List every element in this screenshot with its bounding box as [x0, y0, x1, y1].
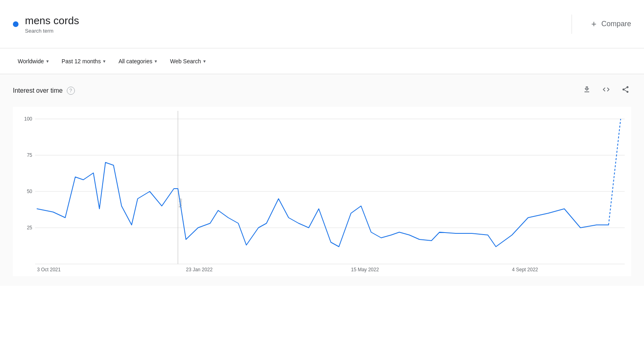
- download-button[interactable]: [581, 84, 592, 97]
- term-info: mens cords Search term: [25, 15, 79, 34]
- plus-icon: +: [591, 19, 597, 29]
- chart-header: Interest over time ?: [13, 84, 631, 97]
- embed-button[interactable]: [601, 84, 612, 97]
- trend-line: [37, 162, 609, 247]
- time-period-filter[interactable]: Past 12 months ▾: [57, 55, 110, 68]
- x-label-sept: 4 Sept 2022: [512, 267, 538, 272]
- forecast-line: [609, 119, 621, 225]
- category-filter[interactable]: All categories ▾: [114, 55, 162, 68]
- filters-bar: Worldwide ▾ Past 12 months ▾ All categor…: [0, 48, 644, 74]
- chart-section: Interest over time ?: [0, 74, 644, 286]
- help-icon-label: ?: [69, 88, 72, 94]
- chevron-down-icon: ▾: [155, 58, 157, 64]
- embed-icon: [602, 85, 610, 94]
- y-label-100: 100: [24, 116, 32, 122]
- compare-label: Compare: [601, 20, 631, 28]
- header: mens cords Search term + Compare: [0, 0, 644, 48]
- y-label-50: 50: [27, 189, 33, 194]
- x-label-may: 15 May 2022: [351, 267, 379, 272]
- chart-title-group: Interest over time ?: [13, 87, 75, 95]
- search-term-area: mens cords Search term: [13, 15, 572, 34]
- chart-container: 100 75 50 25 Note 3 Oct 2021 23 Jan 2022…: [13, 107, 631, 276]
- search-type-label: Web Search: [170, 58, 201, 64]
- search-type-filter[interactable]: Web Search ▾: [165, 55, 211, 68]
- share-icon: [621, 85, 630, 94]
- share-button[interactable]: [620, 84, 631, 97]
- chart-actions: [581, 84, 631, 97]
- x-label-jan: 23 Jan 2022: [186, 267, 213, 272]
- y-label-75: 75: [27, 152, 33, 158]
- term-color-indicator: [13, 21, 19, 27]
- chart-title: Interest over time: [13, 87, 63, 94]
- search-term: mens cords: [25, 15, 79, 27]
- region-label: Worldwide: [18, 58, 44, 64]
- line-chart: 100 75 50 25 Note 3 Oct 2021 23 Jan 2022…: [13, 107, 631, 276]
- chevron-down-icon: ▾: [46, 58, 49, 64]
- chevron-down-icon: ▾: [203, 58, 206, 64]
- category-label: All categories: [118, 58, 152, 64]
- help-icon[interactable]: ?: [67, 87, 75, 95]
- compare-button[interactable]: + Compare: [572, 19, 631, 29]
- region-filter[interactable]: Worldwide ▾: [13, 55, 54, 68]
- download-icon: [583, 85, 591, 94]
- y-label-25: 25: [27, 225, 33, 231]
- time-period-label: Past 12 months: [62, 58, 101, 64]
- x-label-oct: 3 Oct 2021: [37, 267, 61, 272]
- chevron-down-icon: ▾: [103, 58, 105, 64]
- search-term-label: Search term: [25, 28, 79, 34]
